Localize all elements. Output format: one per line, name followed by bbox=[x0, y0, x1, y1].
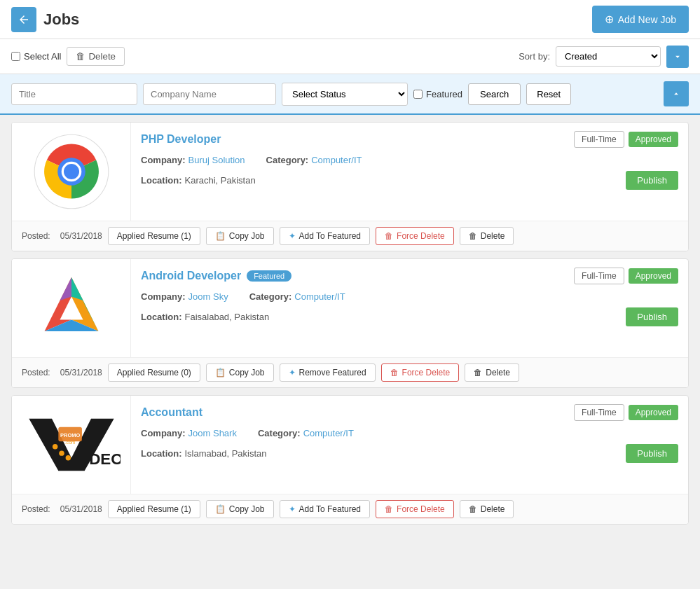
company-filter-input[interactable] bbox=[143, 83, 276, 105]
posted-label: Posted: bbox=[22, 504, 50, 514]
reset-button[interactable]: Reset bbox=[526, 83, 571, 105]
featured-checkbox-input[interactable] bbox=[413, 90, 423, 99]
add-new-job-button[interactable]: ⊕ Add New Job bbox=[592, 6, 689, 33]
android-logo-icon bbox=[33, 270, 110, 347]
search-button[interactable]: Search bbox=[468, 83, 521, 105]
add-to-featured-button[interactable]: ✦ Add To Featured bbox=[280, 227, 371, 245]
star-icon: ✦ bbox=[289, 368, 296, 377]
applied-resume-button[interactable]: Applied Resume (0) bbox=[108, 363, 200, 382]
job-card: PROMO .com DEO Accountant Full-Time Appr… bbox=[11, 395, 689, 525]
svg-text:.com: .com bbox=[65, 440, 75, 445]
trash-icon: 🗑 bbox=[76, 51, 85, 62]
publish-button[interactable]: Publish bbox=[626, 171, 678, 190]
job-details: Android Developer Featured Full-Time App… bbox=[131, 259, 688, 357]
publish-button[interactable]: Publish bbox=[626, 307, 678, 326]
chrome-logo-icon bbox=[33, 133, 110, 210]
sort-direction-button[interactable] bbox=[666, 46, 689, 68]
delete-icon: 🗑 bbox=[469, 231, 477, 241]
job-card-top: PHP Developer Full-Time Approved Company… bbox=[12, 123, 688, 221]
star-icon: ✦ bbox=[289, 231, 296, 241]
remove-featured-button[interactable]: ✦ Remove Featured bbox=[280, 363, 376, 382]
svg-marker-11 bbox=[71, 277, 83, 300]
video-logo-icon: PROMO .com DEO bbox=[22, 415, 121, 474]
job-status-badge: Approved bbox=[629, 132, 678, 147]
svg-text:PROMO: PROMO bbox=[60, 432, 80, 438]
job-type-badge: Full-Time bbox=[574, 268, 624, 284]
job-details: Accountant Full-Time Approved Company: J… bbox=[131, 396, 688, 494]
copy-job-button[interactable]: 📋 Copy Job bbox=[206, 363, 274, 382]
job-type-badge: Full-Time bbox=[574, 404, 624, 421]
select-all-input[interactable] bbox=[11, 52, 20, 61]
svg-point-15 bbox=[65, 455, 70, 460]
job-title-row: Android Developer Featured Full-Time App… bbox=[141, 268, 678, 284]
featured-filter-checkbox[interactable]: Featured bbox=[413, 89, 462, 99]
force-delete-button[interactable]: 🗑 Force Delete bbox=[381, 363, 460, 382]
back-button[interactable] bbox=[11, 7, 36, 32]
delete-button[interactable]: 🗑 Delete bbox=[460, 500, 514, 518]
category-info: Category: Computer/IT bbox=[266, 155, 362, 165]
delete-icon: 🗑 bbox=[469, 504, 477, 514]
job-info-row: Company: Joom Shark Category: Computer/I… bbox=[141, 428, 678, 438]
copy-icon: 📋 bbox=[215, 231, 226, 241]
job-details: PHP Developer Full-Time Approved Company… bbox=[131, 123, 688, 221]
delete-button[interactable]: 🗑 Delete bbox=[460, 227, 514, 245]
jobs-list: PHP Developer Full-Time Approved Company… bbox=[0, 115, 700, 532]
copy-job-button[interactable]: 📋 Copy Job bbox=[206, 227, 274, 245]
category-info: Category: Computer/IT bbox=[258, 428, 354, 438]
job-card-footer: Posted: 05/31/2018 Applied Resume (0) 📋 … bbox=[12, 357, 688, 387]
company-info: Company: Buruj Solution bbox=[141, 155, 245, 165]
job-info-row: Company: Joom Sky Category: Computer/IT bbox=[141, 291, 678, 302]
job-logo bbox=[12, 259, 131, 357]
applied-resume-button[interactable]: Applied Resume (1) bbox=[108, 227, 200, 245]
company-info: Company: Joom Shark bbox=[141, 428, 237, 438]
job-logo bbox=[12, 123, 131, 221]
job-badges: Full-Time Approved bbox=[574, 268, 678, 284]
svg-marker-10 bbox=[60, 277, 71, 300]
star-icon: ✦ bbox=[289, 504, 296, 514]
toolbar-right: Sort by: Created Title Company Date bbox=[519, 46, 689, 68]
company-info: Company: Joom Sky bbox=[141, 291, 228, 302]
collapse-filter-button[interactable] bbox=[664, 81, 689, 106]
applied-resume-button[interactable]: Applied Resume (1) bbox=[108, 500, 200, 518]
select-all-checkbox[interactable]: Select All bbox=[11, 51, 61, 62]
title-filter-input[interactable] bbox=[11, 83, 137, 105]
toolbar: Select All 🗑 Delete Sort by: Created Tit… bbox=[0, 39, 700, 74]
job-card-top: Android Developer Featured Full-Time App… bbox=[12, 259, 688, 357]
force-delete-icon: 🗑 bbox=[385, 504, 393, 514]
bulk-delete-button[interactable]: 🗑 Delete bbox=[67, 47, 125, 66]
page-title: Jobs bbox=[43, 11, 79, 29]
force-delete-icon: 🗑 bbox=[390, 368, 399, 377]
sort-select[interactable]: Created Title Company Date bbox=[556, 46, 661, 67]
job-card-top: PROMO .com DEO Accountant Full-Time Appr… bbox=[12, 396, 688, 494]
publish-button[interactable]: Publish bbox=[626, 444, 678, 463]
status-filter-select[interactable]: Select Status Approved Pending Rejected bbox=[282, 83, 408, 106]
job-card-footer: Posted: 05/31/2018 Applied Resume (1) 📋 … bbox=[12, 494, 688, 524]
posted-date: 05/31/2018 bbox=[60, 231, 102, 241]
job-status-badge: Approved bbox=[629, 405, 678, 420]
posted-label: Posted: bbox=[22, 231, 50, 241]
toolbar-left: Select All 🗑 Delete bbox=[11, 47, 125, 66]
job-location-row: Location: Faisalabad, Pakistan Publish bbox=[141, 307, 678, 326]
svg-text:DEO: DEO bbox=[89, 450, 121, 468]
svg-point-13 bbox=[52, 444, 57, 449]
filter-bar: Select Status Approved Pending Rejected … bbox=[0, 74, 700, 115]
job-status-badge: Approved bbox=[629, 268, 678, 284]
job-title[interactable]: Android Developer bbox=[141, 270, 241, 282]
job-title[interactable]: PHP Developer bbox=[141, 133, 221, 146]
copy-job-button[interactable]: 📋 Copy Job bbox=[206, 500, 274, 518]
location-info: Location: Faisalabad, Pakistan bbox=[141, 312, 269, 322]
plus-icon: ⊕ bbox=[605, 13, 614, 26]
job-title[interactable]: Accountant bbox=[141, 406, 203, 419]
force-delete-icon: 🗑 bbox=[385, 231, 393, 241]
posted-date: 05/31/2018 bbox=[60, 504, 102, 514]
job-logo: PROMO .com DEO bbox=[12, 396, 131, 494]
force-delete-button[interactable]: 🗑 Force Delete bbox=[376, 227, 454, 245]
delete-button[interactable]: 🗑 Delete bbox=[465, 363, 519, 382]
title-with-badge: Android Developer Featured bbox=[141, 270, 291, 282]
add-to-featured-button[interactable]: ✦ Add To Featured bbox=[280, 500, 371, 518]
copy-icon: 📋 bbox=[215, 504, 226, 514]
job-badges: Full-Time Approved bbox=[574, 131, 678, 148]
location-info: Location: Karachi, Pakistan bbox=[141, 175, 256, 186]
force-delete-button[interactable]: 🗑 Force Delete bbox=[376, 500, 454, 518]
job-location-row: Location: Karachi, Pakistan Publish bbox=[141, 171, 678, 190]
